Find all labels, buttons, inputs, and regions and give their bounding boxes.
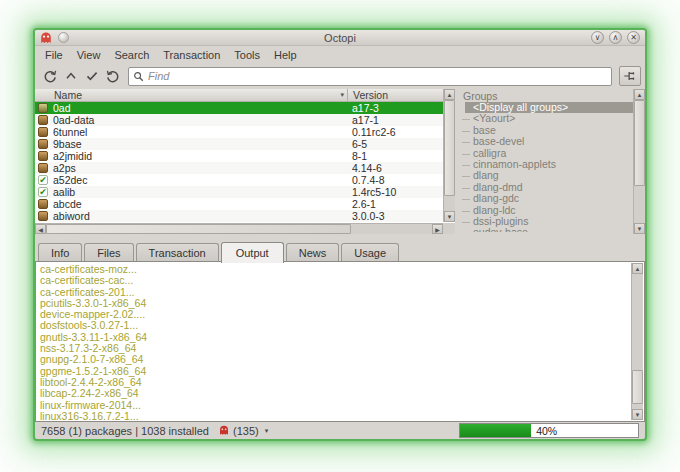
tab-news[interactable]: News — [286, 243, 340, 262]
tree-branch-icon — [623, 69, 637, 83]
commit-button[interactable] — [81, 66, 102, 86]
output-lines: ca-certificates-moz...ca-certificates-ca… — [36, 262, 644, 422]
menu-tools[interactable]: Tools — [227, 48, 267, 62]
outdated-count[interactable]: (135) — [233, 425, 259, 437]
scroll-down-icon[interactable]: ▼ — [632, 409, 643, 420]
package-count-text: 7658 (1) packages | 1038 installed — [41, 425, 209, 437]
package-name: abcde — [53, 198, 82, 210]
statusbar: 7658 (1) packages | 1038 installed (135)… — [35, 422, 645, 439]
scrollbar-thumb[interactable] — [444, 100, 455, 196]
outdated-ghost-icon — [219, 425, 229, 436]
package-horizontal-scrollbar[interactable]: ◀ ▶ — [35, 223, 443, 234]
scrollbar-thumb[interactable] — [632, 370, 643, 404]
name-column-label: Name — [54, 89, 82, 101]
system-upgrade-button[interactable] — [60, 66, 81, 86]
tabbar: InfoFilesTransactionOutputNewsUsage — [35, 238, 645, 262]
version-column-label: Version — [353, 89, 388, 101]
package-box-icon — [38, 151, 48, 161]
package-box-icon — [38, 163, 48, 173]
progress-fill — [460, 424, 531, 437]
tab-info[interactable]: Info — [38, 243, 82, 262]
maximize-button[interactable]: ∧ — [609, 31, 622, 44]
package-name: 0ad-data — [53, 114, 94, 126]
package-rows: 0ada17-30ad-dataa17-16tunnel0.11rc2-69ba… — [35, 102, 443, 222]
package-version: 0.7.4-8 — [347, 174, 443, 186]
groups-vertical-scrollbar[interactable]: ▲ ▼ — [633, 89, 645, 234]
package-vertical-scrollbar[interactable]: ▲ ▼ — [443, 89, 455, 222]
column-header-version[interactable]: Version — [347, 89, 443, 101]
check-updates-button[interactable] — [39, 66, 60, 86]
main-split: Name ▾ Version 0ada17-30ad-dataa17-16tun… — [35, 89, 645, 234]
package-row[interactable]: 0ad-dataa17-1 — [35, 114, 443, 126]
rollback-icon — [105, 68, 121, 84]
menu-file[interactable]: File — [38, 48, 70, 62]
scroll-down-icon[interactable]: ▼ — [634, 223, 645, 234]
search-icon — [133, 71, 144, 82]
package-row[interactable]: a2jmidid8-1 — [35, 150, 443, 162]
menu-help[interactable]: Help — [267, 48, 304, 62]
octopi-utilities-button[interactable] — [619, 66, 641, 86]
scroll-down-icon[interactable]: ▼ — [444, 211, 455, 222]
scrollbar-thumb[interactable] — [46, 224, 351, 234]
package-version: 1.4rc5-10 — [347, 186, 443, 198]
menu-search[interactable]: Search — [107, 48, 156, 62]
tab-files[interactable]: Files — [84, 243, 133, 262]
package-name: 6tunnel — [53, 126, 87, 138]
tab-output[interactable]: Output — [221, 242, 284, 263]
rollback-button[interactable] — [102, 66, 123, 86]
group-item[interactable]: eudev-base — [459, 227, 633, 232]
groups-list: <Display all groups><Yaourt>basebase-dev… — [459, 102, 633, 232]
menu-transaction[interactable]: Transaction — [156, 48, 227, 62]
package-name: a52dec — [53, 174, 87, 186]
package-box-icon — [38, 127, 48, 137]
sort-descending-icon: ▾ — [340, 91, 344, 99]
menu-view[interactable]: View — [70, 48, 108, 62]
menubar: FileViewSearchTransactionToolsHelp — [35, 46, 645, 63]
progress-bar: 40% — [459, 423, 639, 438]
scroll-up-icon[interactable]: ▲ — [632, 263, 643, 274]
output-line: libcap-2.24-2-x86_64 — [40, 388, 628, 399]
scrollbar-thumb[interactable] — [634, 100, 645, 186]
installed-check-icon: ✔ — [38, 175, 48, 185]
output-line: gnupg-2.1.0-7-x86_64 — [40, 354, 628, 365]
package-row[interactable]: 9base6-5 — [35, 138, 443, 150]
toolbar — [35, 63, 645, 89]
package-version: a17-3 — [347, 102, 443, 114]
tab-usage[interactable]: Usage — [341, 243, 399, 262]
package-row[interactable]: abcde2.6-1 — [35, 198, 443, 210]
close-button[interactable]: ✕ — [627, 31, 640, 44]
window-title: Octopi — [35, 32, 645, 44]
output-vertical-scrollbar[interactable]: ▲ ▼ — [631, 263, 643, 420]
find-input[interactable] — [148, 70, 607, 82]
output-line: ca-certificates-cac... — [40, 275, 628, 286]
package-box-icon — [38, 139, 48, 149]
table-header: Name ▾ Version — [35, 89, 443, 102]
column-header-name[interactable]: Name ▾ — [35, 89, 347, 101]
scroll-up-icon[interactable]: ▲ — [634, 89, 645, 100]
scroll-left-icon[interactable]: ◀ — [35, 224, 46, 234]
groups-panel-title: Groups — [459, 89, 645, 102]
titlebar: Octopi ∨∧✕ — [35, 30, 645, 46]
group-item[interactable]: base-devel — [459, 136, 633, 147]
package-row[interactable]: 6tunnel0.11rc2-6 — [35, 126, 443, 138]
output-pane: ca-certificates-moz...ca-certificates-ca… — [35, 262, 645, 422]
package-row[interactable]: ✔a52dec0.7.4-8 — [35, 174, 443, 186]
package-row[interactable]: abiword3.0.0-3 — [35, 210, 443, 222]
package-version: 8-1 — [347, 150, 443, 162]
scrollbar-corner — [443, 223, 455, 234]
package-row[interactable]: ✔aalib1.4rc5-10 — [35, 186, 443, 198]
package-version: 4.14-6 — [347, 162, 443, 174]
package-version: 0.11rc2-6 — [347, 126, 443, 138]
minimize-button[interactable]: ∨ — [591, 31, 604, 44]
titlebar-buttons: ∨∧✕ — [591, 31, 640, 44]
scroll-up-icon[interactable]: ▲ — [444, 89, 455, 100]
group-item[interactable]: dlang-gdc — [459, 193, 633, 204]
scroll-right-icon[interactable]: ▶ — [432, 224, 443, 234]
package-row[interactable]: 0ada17-3 — [35, 102, 443, 114]
package-version: 2.6-1 — [347, 198, 443, 210]
package-name: 0ad — [53, 102, 71, 114]
tab-transaction[interactable]: Transaction — [136, 243, 219, 262]
groups-panel: Groups <Display all groups><Yaourt>baseb… — [459, 89, 645, 234]
package-row[interactable]: a2ps4.14-6 — [35, 162, 443, 174]
outdated-dropdown-icon[interactable]: ▾ — [265, 427, 269, 435]
